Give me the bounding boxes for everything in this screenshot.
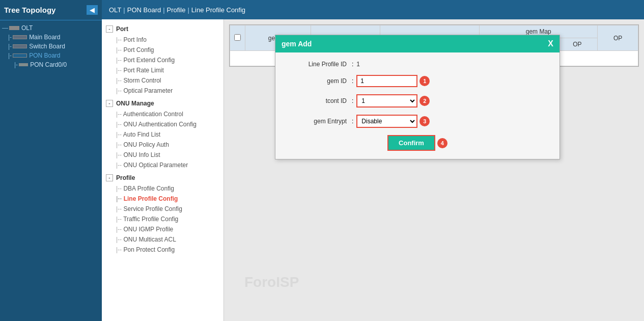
- nav-item-onu-info-list[interactable]: ONU Info List: [102, 150, 223, 160]
- sidebar-item-pon-board[interactable]: |- PON Board: [2, 51, 100, 60]
- olt-icon: [9, 26, 19, 30]
- switch-board-icon: [13, 44, 27, 48]
- pon-card-icon: [19, 63, 28, 66]
- sidebar-pon-board-label: PON Board: [29, 52, 60, 59]
- confirm-row: Confirm 4: [286, 135, 549, 151]
- tcont-id-colon: :: [352, 97, 353, 104]
- nav-item-traffic-profile-config[interactable]: Traffic Profile Config: [102, 214, 223, 224]
- profile-section-label: Profile: [116, 174, 135, 181]
- sep1: |: [123, 6, 125, 14]
- nav-item-onu-multicast-acl[interactable]: ONU Multicast ACL: [102, 234, 223, 245]
- connector-icon: |-: [8, 43, 12, 50]
- form-row-gem-encrypt: gem Entrypt : Disable Enable 3: [286, 115, 549, 128]
- tcont-id-select[interactable]: 1 2 3 4: [356, 94, 417, 108]
- table-header-op: OP: [598, 25, 638, 51]
- nav-item-port-config[interactable]: Port Config: [102, 45, 223, 55]
- breadcrumb-line-profile: Line Profile Config: [191, 6, 245, 14]
- breadcrumb-olt: OLT: [109, 6, 121, 14]
- gem-encrypt-step-badge: 3: [419, 116, 430, 126]
- gem-id-colon: :: [352, 77, 353, 85]
- left-nav: - Port Port Info Port Config Port Extend…: [102, 19, 224, 321]
- line-profile-id-colon: :: [352, 61, 353, 68]
- breadcrumb-pon-board: PON Board: [127, 6, 161, 14]
- main-area: OLT | PON Board | Profile | Line Profile…: [102, 0, 644, 321]
- gem-add-modal: gem Add X Line Profile ID : 1 gem ID :: [275, 35, 560, 159]
- sidebar-toggle-button[interactable]: ◀: [87, 5, 98, 15]
- form-row-gem-id: gem ID : 1: [286, 75, 549, 87]
- form-row-tcont-id: tcont ID : 1 2 3 4 2: [286, 94, 549, 108]
- connector-icon: |-: [8, 34, 12, 41]
- sidebar-olt-label: OLT: [21, 24, 33, 32]
- sidebar-item-olt[interactable]: — OLT: [2, 23, 100, 33]
- nav-item-port-info[interactable]: Port Info: [102, 35, 223, 45]
- breadcrumb: OLT | PON Board | Profile | Line Profile…: [102, 0, 644, 19]
- nav-item-dba-profile-config[interactable]: DBA Profile Config: [102, 183, 223, 194]
- nav-item-service-profile-config[interactable]: Service Profile Config: [102, 204, 223, 214]
- nav-item-onu-optical-param[interactable]: ONU Optical Parameter: [102, 160, 223, 170]
- line-profile-id-label: Line Profile ID: [286, 61, 347, 68]
- gem-id-input[interactable]: [356, 75, 417, 87]
- gem-encrypt-select[interactable]: Disable Enable: [356, 115, 417, 128]
- nav-item-onu-igmp-profile[interactable]: ONU IGMP Profile: [102, 224, 223, 234]
- gem-encrypt-colon: :: [352, 118, 353, 125]
- nav-section-port: - Port Port Info Port Config Port Extend…: [102, 23, 223, 96]
- gem-id-step-badge: 1: [419, 76, 430, 86]
- nav-item-optical-parameter[interactable]: Optical Parameter: [102, 86, 223, 96]
- sidebar-header: Tree Topology ◀: [0, 0, 102, 20]
- nav-section-onu-manage: - ONU Manage Authentication Control ONU …: [102, 98, 223, 170]
- connector-icon: —: [2, 24, 8, 32]
- profile-toggle-icon[interactable]: -: [106, 174, 113, 181]
- main-board-icon: [13, 35, 27, 39]
- nav-item-port-extend-config[interactable]: Port Extend Config: [102, 55, 223, 65]
- sidebar-item-main-board[interactable]: |- Main Board: [2, 33, 100, 42]
- onu-manage-toggle-icon[interactable]: -: [106, 100, 113, 107]
- confirm-button[interactable]: Confirm: [387, 135, 435, 151]
- connector-icon: |-: [14, 61, 18, 68]
- breadcrumb-profile: Profile: [167, 6, 186, 14]
- nav-section-profile-header[interactable]: - Profile: [102, 172, 223, 183]
- pon-board-icon: [13, 54, 27, 58]
- table-header-checkbox: [230, 25, 245, 51]
- sidebar-title: Tree Topology: [4, 6, 55, 14]
- nav-item-auth-control[interactable]: Authentication Control: [102, 109, 223, 119]
- nav-item-pon-protect-config[interactable]: Pon Protect Config: [102, 245, 223, 255]
- port-section-label: Port: [116, 25, 128, 33]
- connector-icon: |-: [8, 52, 12, 59]
- confirm-step-badge: 4: [437, 138, 447, 148]
- sidebar-item-switch-board[interactable]: |- Switch Board: [2, 42, 100, 51]
- onu-manage-section-label: ONU Manage: [116, 100, 154, 107]
- nav-item-onu-policy-auth[interactable]: ONU Policy Auth: [102, 140, 223, 150]
- sep3: |: [187, 6, 189, 14]
- select-all-checkbox[interactable]: [234, 34, 241, 41]
- right-panel: ForoISP gem ID tcont ID gem Encrypt gem …: [224, 19, 644, 321]
- tcont-id-label: tcont ID: [286, 97, 347, 104]
- watermark: ForoISP: [244, 274, 299, 290]
- nav-item-onu-auth-config[interactable]: ONU Authentication Config: [102, 119, 223, 129]
- content-area: - Port Port Info Port Config Port Extend…: [102, 19, 644, 321]
- tcont-id-step-badge: 2: [419, 96, 430, 106]
- gem-encrypt-label: gem Entrypt: [286, 118, 347, 125]
- gem-add-header: gem Add X: [275, 35, 559, 52]
- nav-item-port-rate-limit[interactable]: Port Rate Limit: [102, 65, 223, 75]
- sidebar: Tree Topology ◀ — OLT |- Main Board |- S…: [0, 0, 102, 321]
- nav-item-line-profile-config[interactable]: Line Profile Config: [102, 194, 223, 204]
- sidebar-pon-card-label: PON Card0/0: [30, 61, 67, 68]
- gem-add-body: Line Profile ID : 1 gem ID : 1 tcont ID: [275, 52, 559, 159]
- gem-id-label: gem ID: [286, 77, 347, 85]
- nav-section-onu-manage-header[interactable]: - ONU Manage: [102, 98, 223, 109]
- sidebar-main-board-label: Main Board: [29, 34, 60, 41]
- sidebar-switch-board-label: Switch Board: [29, 43, 65, 50]
- nav-item-auto-find-list[interactable]: Auto Find List: [102, 129, 223, 140]
- gem-add-close-button[interactable]: X: [548, 39, 553, 48]
- sidebar-item-pon-card[interactable]: |- PON Card0/0: [2, 60, 100, 69]
- nav-section-port-header[interactable]: - Port: [102, 23, 223, 35]
- nav-section-profile: - Profile DBA Profile Config Line Profil…: [102, 172, 223, 255]
- sep2: |: [163, 6, 164, 14]
- table-header-gem-map-op: OP: [557, 38, 598, 51]
- form-row-line-profile-id: Line Profile ID : 1: [286, 61, 549, 68]
- nav-item-storm-control[interactable]: Storm Control: [102, 75, 223, 86]
- line-profile-id-value: 1: [356, 61, 360, 68]
- gem-add-title: gem Add: [282, 40, 312, 48]
- sidebar-tree: — OLT |- Main Board |- Switch Board |- P…: [0, 20, 102, 321]
- port-toggle-icon[interactable]: -: [106, 25, 113, 33]
